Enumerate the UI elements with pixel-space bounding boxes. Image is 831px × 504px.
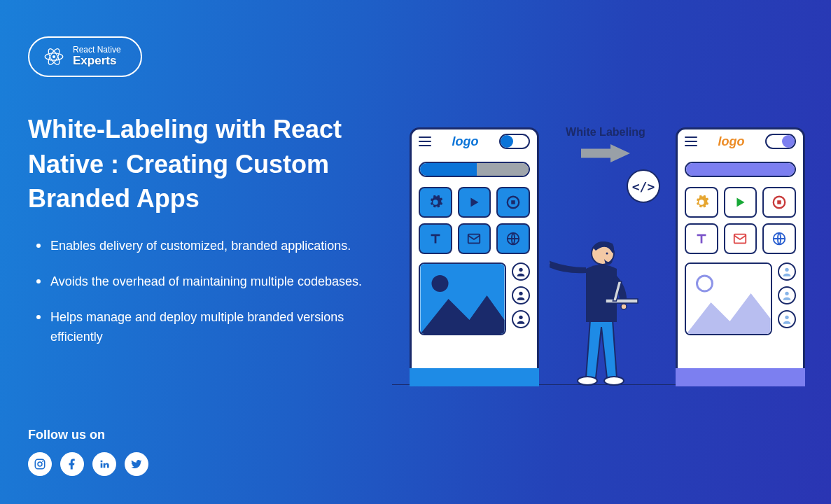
svg-point-14 <box>519 292 522 295</box>
page-title: White-Labeling with React Native : Creat… <box>28 112 364 216</box>
social-row <box>28 452 148 476</box>
avatar-column <box>512 262 530 335</box>
svg-rect-17 <box>777 200 781 204</box>
main-content: White-Labeling with React Native : Creat… <box>28 112 364 363</box>
svg-point-0 <box>53 55 55 58</box>
progress-pill-icon <box>685 162 796 177</box>
hamburger-icon <box>685 136 697 146</box>
svg-point-6 <box>42 461 43 462</box>
toggle-icon <box>499 134 530 149</box>
arrow-label: White Labeling <box>564 126 648 139</box>
bullet-list: Enables delivery of customized, branded … <box>28 236 364 347</box>
svg-rect-8 <box>511 200 515 204</box>
bullet-item: Avoids the overhead of maintaining multi… <box>34 272 364 292</box>
text-icon <box>685 223 718 254</box>
avatar-column <box>778 262 796 335</box>
phone-right: logo <box>676 127 805 386</box>
stop-icon <box>496 187 530 218</box>
react-atom-icon <box>42 45 66 69</box>
svg-point-26 <box>604 377 624 385</box>
illustration: White Labeling </> logo <box>392 119 812 392</box>
arrow-icon <box>581 144 630 162</box>
app-grid <box>419 187 530 254</box>
brand-title: Experts <box>73 55 121 68</box>
hamburger-icon <box>419 136 431 146</box>
svg-point-22 <box>785 268 788 272</box>
image-placeholder-icon <box>685 262 772 335</box>
svg-point-30 <box>621 304 627 309</box>
phone-left: logo <box>410 127 539 386</box>
gear-icon <box>419 187 452 218</box>
svg-point-12 <box>432 275 449 292</box>
svg-point-25 <box>578 377 597 385</box>
play-icon <box>458 187 491 218</box>
app-grid <box>685 187 796 254</box>
linkedin-icon[interactable] <box>92 452 116 476</box>
text-icon <box>419 223 452 254</box>
svg-point-23 <box>785 292 788 295</box>
svg-point-32 <box>606 253 608 255</box>
avatar-icon <box>512 262 530 281</box>
svg-point-5 <box>38 462 42 466</box>
svg-point-15 <box>519 316 522 319</box>
globe-icon <box>496 223 530 254</box>
instagram-icon[interactable] <box>28 452 52 476</box>
follow-label: Follow us on <box>28 428 148 442</box>
avatar-icon <box>778 310 796 328</box>
code-bubble-icon: </> <box>627 169 660 203</box>
image-placeholder-icon <box>419 262 506 335</box>
mail-icon <box>724 223 757 254</box>
mail-icon <box>458 223 491 254</box>
arrow-section: White Labeling <box>564 126 648 162</box>
twitter-icon[interactable] <box>125 452 148 476</box>
toggle-icon <box>765 134 796 149</box>
avatar-icon <box>512 286 530 304</box>
facebook-icon[interactable] <box>60 452 84 476</box>
code-symbol: </> <box>632 179 655 194</box>
progress-pill-icon <box>419 162 530 177</box>
svg-point-24 <box>785 316 788 319</box>
svg-point-13 <box>519 268 522 272</box>
play-icon <box>724 187 757 218</box>
avatar-icon <box>778 286 796 304</box>
bullet-item: Enables delivery of customized, branded … <box>34 236 364 256</box>
globe-icon <box>762 223 796 254</box>
phone-right-logo: logo <box>718 134 745 149</box>
person-illustration <box>550 218 655 386</box>
bullet-item: Helps manage and deploy multiple branded… <box>34 307 364 348</box>
gear-icon <box>685 187 718 218</box>
follow-section: Follow us on <box>28 428 148 476</box>
avatar-icon <box>512 310 530 328</box>
svg-rect-28 <box>606 299 638 303</box>
phone-left-logo: logo <box>452 134 479 149</box>
brand-text: React Native Experts <box>73 46 121 68</box>
avatar-icon <box>778 262 796 281</box>
stop-icon <box>762 187 796 218</box>
brand-badge: React Native Experts <box>28 36 142 77</box>
